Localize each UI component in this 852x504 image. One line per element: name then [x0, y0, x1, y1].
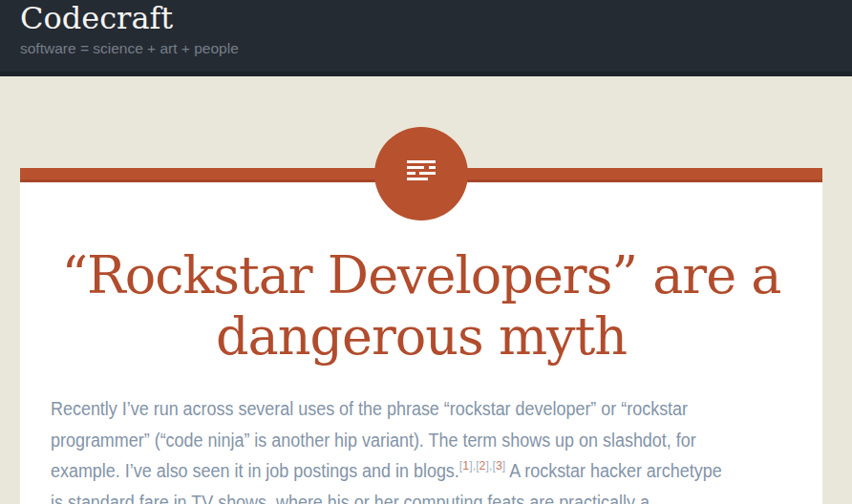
standard-post-icon: [407, 160, 436, 180]
body-line-4: is standard fare in TV shows, where his …: [51, 487, 792, 504]
post-article: “Rockstar Developers” are adangerous myt…: [20, 245, 822, 504]
post-title-line-2: dangerous myth: [51, 306, 792, 368]
post-title-line-1: “Rockstar Developers” are a: [51, 245, 792, 306]
body-text-after-refs: A rockstar hacker archetype: [509, 460, 721, 481]
site-tagline: software = science + art + people: [20, 39, 832, 58]
post-title: “Rockstar Developers” are adangerous myt…: [51, 245, 792, 368]
body-line-2: programmer” (“code ninja” is another hip…: [51, 425, 792, 456]
body-line-1: Recently I’ve run across several uses of…: [51, 393, 792, 425]
post-ribbon: [20, 168, 822, 182]
body-line-3: example. I’ve also seen it in job postin…: [51, 455, 792, 487]
post-format-badge: [374, 127, 468, 220]
footnote-bracket: ]: [502, 458, 505, 472]
body-text-before-refs: example. I’ve also seen it in job postin…: [51, 460, 459, 481]
site-title-link[interactable]: Codecraft: [20, 2, 173, 34]
post-card: “Rockstar Developers” are adangerous myt…: [20, 168, 822, 504]
post-body-paragraph: Recently I’ve run across several uses of…: [51, 393, 792, 504]
footnote-link-3[interactable]: 3: [496, 458, 502, 472]
footnote-refs: [1],[2],[3]: [459, 458, 505, 472]
site-header: Codecraft software = science + art + peo…: [0, 0, 852, 76]
